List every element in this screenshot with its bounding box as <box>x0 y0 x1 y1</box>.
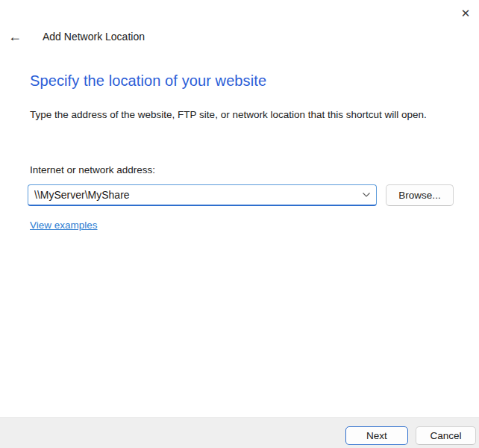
back-arrow-icon[interactable]: ← <box>5 28 25 45</box>
page-heading: Specify the location of your website <box>30 72 266 90</box>
wizard-title: Add Network Location <box>43 31 145 43</box>
view-examples-link[interactable]: View examples <box>30 220 98 231</box>
add-network-location-dialog: ✕ ← Add Network Location Specify the loc… <box>0 0 479 448</box>
browse-button[interactable]: Browse... <box>386 184 454 206</box>
chevron-down-icon[interactable] <box>357 185 376 205</box>
address-input[interactable] <box>28 189 357 201</box>
footer-bar: Next Cancel <box>0 417 479 448</box>
close-icon[interactable]: ✕ <box>455 3 476 22</box>
next-button[interactable]: Next <box>345 426 408 445</box>
address-combobox[interactable] <box>28 184 377 206</box>
address-label: Internet or network address: <box>30 164 155 175</box>
page-description: Type the address of the website, FTP sit… <box>30 109 463 120</box>
cancel-button[interactable]: Cancel <box>416 426 476 445</box>
